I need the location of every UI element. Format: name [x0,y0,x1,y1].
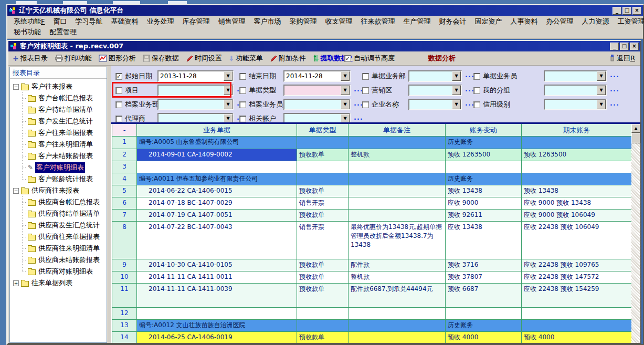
table-row[interactable]: 142014-06-25 CA-1406-0019预收款单预收 4000预收 4… [112,332,632,343]
filter-checkbox-项目[interactable] [115,87,122,94]
menu-item-人事资料[interactable]: 人事资料 [506,16,542,27]
scrollbar-thumb[interactable] [631,133,640,143]
table-cell[interactable]: 预收款单 [297,149,349,161]
menu-item-秘书功能[interactable]: 秘书功能 [9,27,45,37]
table-cell[interactable]: 应收 22438 预收 109765 [522,259,632,271]
table-cell[interactable]: 整机款 [349,271,446,284]
chevron-down-icon[interactable]: ▼ [597,71,606,81]
return-button[interactable]: 返回R [609,54,635,63]
table-cell[interactable]: 预收 13438 [522,185,632,197]
more-button[interactable]: ... [610,85,619,96]
menu-item-人力资源[interactable]: 人力资源 [577,16,613,27]
table-cell[interactable]: 应收 9000 预收 13438 [522,197,632,210]
table-cell[interactable] [522,137,632,149]
filter-combo-我的分组[interactable]: ▼ [544,85,607,96]
table-row[interactable]: 52014-06-22 CA-1406-0015预收款单预收 13438预收 1… [112,185,632,197]
chevron-down-icon[interactable]: ▼ [452,100,461,109]
tree-item-客户往来单据报表[interactable]: 客户往来单据报表 [12,127,107,139]
menu-item-系统功能[interactable]: 系统功能F [9,16,49,27]
table-cell[interactable]: 2014-11-11 CA-1411-0011 [137,271,297,284]
table-cell[interactable]: 预收 3716 [446,259,522,271]
child-maximize-icon[interactable]: □ [620,43,629,50]
menu-item-收支管理[interactable]: 收支管理 [321,16,356,27]
table-row[interactable]: 62014-07-18 BC-1407-0029销售开票应收 9000应收 90… [112,197,632,210]
column-header-账务变动[interactable]: 账务变动 [446,124,522,137]
table-cell[interactable]: 历史账务 [446,173,522,185]
filter-combo-单据业务员[interactable]: ▼ [544,70,607,82]
table-cell[interactable] [349,185,446,197]
menu-item-基础资料[interactable]: 基础资料 [107,16,142,27]
chevron-down-icon[interactable]: ▼ [452,86,461,95]
table-cell[interactable]: 2014-10-30 CA-1410-0105 [137,259,297,271]
chevron-down-icon[interactable]: ▼ [597,100,606,109]
table-cell[interactable]: 编号:A0005 山东鲁盛制药有限公司 [137,137,297,149]
tree-item-供应商对账明细表[interactable]: 供应商对账明细表 [12,266,107,277]
table-cell[interactable] [297,161,349,173]
tree-item-客户待结单据清单[interactable]: 客户待结单据清单 [12,104,107,116]
table-cell[interactable]: 应收 9000 [446,197,522,210]
table-cell[interactable]: 预收款单 [297,284,349,308]
filter-combo-起始日期[interactable]: 2013-11-28▼ [157,70,234,82]
table-cell[interactable] [522,173,632,185]
table-cell[interactable]: 编号:A0011 伊春五加参药业有限责任公司 [137,173,297,185]
table-cell[interactable] [349,332,446,343]
filter-combo-企业名称[interactable]: ▼ [408,99,462,110]
column-header-业务单据[interactable]: 业务单据 [137,124,297,137]
table-row[interactable]: 3 [112,161,632,173]
toolbar-button-时间设置[interactable]: 时间设置 [186,54,222,63]
table-cell[interactable]: 预收 1263500 [446,149,522,161]
expand-icon[interactable]: + [13,280,19,286]
table-cell[interactable]: 编号:A0012 文山壮族苗族自治洲医院 [137,320,297,332]
menu-item-财务会计[interactable]: 财务会计 [435,16,470,27]
chevron-down-icon[interactable]: ▼ [452,71,461,81]
table-cell[interactable]: 2014-06-22 CA-1406-0015 [137,185,297,197]
filter-combo-结束日期[interactable]: 2014-11-28▼ [283,70,351,82]
table-cell[interactable] [297,173,349,185]
tree-item-供应商未结账龄报表[interactable]: 供应商未结账龄报表 [12,254,107,266]
table-cell[interactable]: 应收 13438 [446,222,522,259]
filter-checkbox-单据业务员[interactable] [473,73,480,80]
table-row[interactable]: 82014-07-22 BC-1407-0043销售开票最终优惠价为13438元… [112,222,632,259]
filter-checkbox-档案业务员[interactable] [239,101,246,108]
table-cell[interactable] [137,308,297,320]
table-cell[interactable] [349,320,446,332]
chevron-down-icon[interactable]: ▼ [341,100,350,109]
tree-item-客户未结账龄报表[interactable]: 客户未结账龄报表 [12,150,107,162]
table-cell[interactable] [349,197,446,210]
tree-item-供应商待结单据清单[interactable]: 供应商待结单据清单 [12,208,107,219]
more-button[interactable]: ... [610,70,619,82]
filter-checkbox-单据类型[interactable] [239,87,246,94]
filter-checkbox-营销区[interactable] [362,87,369,94]
menu-item-客户市场[interactable]: 客户市场 [249,16,285,27]
filter-combo-单据类型[interactable]: ▼ [283,85,351,96]
vertical-scrollbar[interactable]: ▲ [631,122,640,343]
menu-item-配置管理[interactable]: 配置管理 [45,27,81,37]
toolbar-button-保存数据[interactable]: 保存数据 [143,54,179,63]
filter-combo-档案业务员[interactable]: ▼ [283,99,351,110]
table-cell[interactable]: 应收 9000 预收 106049 [522,210,632,222]
auto-height-toggle[interactable]: ✓ 自动调节高度 [344,54,395,63]
chevron-down-icon[interactable]: ▼ [597,86,606,95]
tree-item-供应商往来明细清单[interactable]: 供应商往来明细清单 [12,243,107,254]
filter-combo-单据业务部[interactable]: ▼ [408,70,462,82]
more-button[interactable]: ... [610,99,619,110]
table-cell[interactable]: 整机款 [349,149,446,161]
toolbar-button-报表目录[interactable]: +报表目录 [13,54,48,63]
auto-height-checkbox[interactable]: ✓ [344,55,351,62]
menu-item-往来款管理[interactable]: 往来款管理 [356,16,399,27]
menu-item-采购管理[interactable]: 采购管理 [285,16,321,27]
filter-combo-项目[interactable]: ▼ [157,85,234,96]
menu-item-销售管理[interactable]: 销售管理 [214,16,249,27]
table-cell[interactable] [349,173,446,185]
filter-checkbox-我的分组[interactable] [473,87,480,94]
table-cell[interactable] [297,308,349,320]
menu-item-工资管理[interactable]: 工资管理 [613,16,644,27]
filter-checkbox-单据业务部[interactable] [362,73,369,80]
chevron-down-icon[interactable]: ▼ [224,100,233,109]
table-cell[interactable]: 应收 22438 预收 147572 [522,271,632,284]
column-header-单据备注[interactable]: 单据备注 [349,124,446,137]
toolbar-button-功能菜单[interactable]: 功能菜单 [229,54,263,63]
filter-combo-营销区[interactable]: ▼ [408,85,462,96]
menu-item-业务处理[interactable]: 业务处理 [142,16,178,27]
table-row[interactable]: 13编号:A0012 文山壮族苗族自治洲医院历史账务 [112,320,632,332]
